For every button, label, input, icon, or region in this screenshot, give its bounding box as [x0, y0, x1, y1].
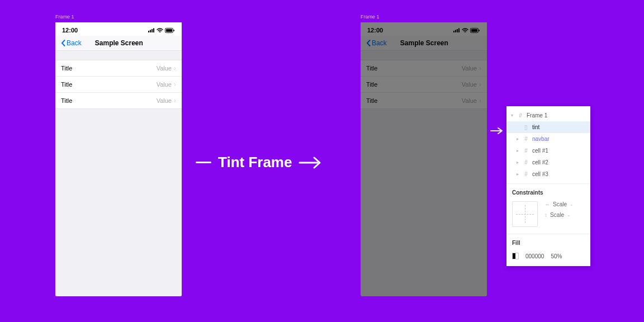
svg-rect-12: [471, 28, 479, 32]
table-cells: Title Value › Title Value › Title Value …: [361, 60, 487, 109]
properties-panel: ▾ # Frame 1 ▯ tint ▸ # navbar ▸ # cell #…: [506, 106, 590, 266]
frame-icon: #: [523, 148, 529, 154]
fill-row[interactable]: 000000 50%: [506, 249, 590, 266]
layer-row-navbar[interactable]: ▸ # navbar: [506, 133, 590, 145]
chevron-right-icon: ›: [174, 64, 176, 72]
constraints-heading: Constraints: [506, 184, 590, 199]
svg-rect-2: [151, 29, 153, 32]
frame-icon: #: [523, 171, 529, 177]
status-bar: 12:00: [361, 22, 487, 36]
table-row[interactable]: Title Value ›: [361, 76, 487, 92]
chevron-right-icon: ›: [174, 80, 176, 88]
cell-title: Title: [61, 65, 157, 72]
wifi-icon: [462, 28, 468, 32]
caret-icon: ▸: [517, 172, 520, 177]
arrow-right-icon: [299, 155, 322, 170]
table-row[interactable]: Title Value ›: [55, 76, 182, 92]
status-time: 12:00: [62, 27, 78, 34]
back-label: Back: [372, 39, 387, 47]
layer-label: cell #2: [532, 159, 586, 165]
chevron-right-icon: ›: [174, 97, 176, 105]
svg-rect-0: [148, 31, 149, 32]
layer-row-cell3[interactable]: ▸ # cell #3: [506, 168, 590, 180]
chevron-right-icon: ›: [480, 80, 481, 88]
frame-icon: #: [523, 159, 529, 165]
layer-label: tint: [532, 124, 586, 130]
rect-icon: ▯: [523, 124, 529, 130]
cell-value: Value: [462, 81, 477, 88]
svg-rect-9: [455, 30, 456, 33]
status-bar: 12:00: [55, 22, 182, 36]
status-icons: [453, 28, 480, 33]
layer-row-frame[interactable]: ▾ # Frame 1: [506, 110, 590, 121]
nav-bar: Back Sample Screen: [55, 36, 182, 51]
layer-label: cell #3: [532, 171, 586, 177]
battery-icon: [165, 28, 175, 33]
battery-icon: [470, 28, 480, 33]
signal-icon: [453, 28, 460, 32]
table-row[interactable]: Title Value ›: [55, 60, 182, 76]
caret-icon: ▸: [517, 160, 520, 165]
arrow-to-panel: [490, 127, 504, 135]
layer-row-cell1[interactable]: ▸ # cell #1: [506, 145, 590, 157]
svg-rect-5: [166, 29, 172, 32]
cell-title: Title: [366, 65, 462, 72]
fill-hex[interactable]: 000000: [525, 253, 544, 259]
table-row[interactable]: Title Value ›: [361, 92, 487, 108]
horizontal-icon: ↔: [544, 201, 550, 207]
caret-icon: ▸: [517, 148, 520, 153]
cell-title: Title: [366, 81, 462, 88]
vertical-icon: ↕: [544, 212, 547, 218]
cell-title: Title: [61, 97, 157, 104]
cell-value: Value: [157, 97, 172, 104]
frame-icon: #: [523, 136, 529, 142]
cell-value: Value: [462, 65, 477, 72]
svg-rect-6: [174, 30, 175, 31]
cell-value: Value: [157, 65, 172, 72]
svg-rect-1: [150, 30, 151, 33]
status-time: 12:00: [367, 27, 383, 34]
layer-label: navbar: [532, 136, 586, 142]
frame-label-right: Frame 1: [361, 14, 380, 20]
constraint-h-value: Scale: [553, 201, 567, 207]
chevron-right-icon: ›: [480, 97, 481, 105]
signal-icon: [148, 28, 155, 32]
table-row[interactable]: Title Value ›: [55, 92, 182, 108]
layer-row-tint[interactable]: ▯ tint: [506, 121, 590, 133]
layer-label: Frame 1: [527, 112, 586, 119]
fill-opacity[interactable]: 50%: [551, 253, 562, 259]
cell-title: Title: [61, 81, 157, 88]
svg-rect-14: [479, 30, 480, 31]
constraint-v-value: Scale: [550, 212, 564, 218]
svg-rect-3: [153, 29, 154, 33]
table-row[interactable]: Title Value ›: [361, 60, 487, 76]
chevron-down-icon: ⌄: [567, 212, 571, 217]
table-cells: Title Value › Title Value › Title Value …: [55, 60, 182, 109]
frame-icon: #: [518, 112, 523, 119]
constraint-v-select[interactable]: ↕ Scale ⌄: [544, 212, 574, 218]
dash-icon: [196, 162, 211, 163]
svg-rect-8: [453, 31, 454, 32]
cell-title: Title: [366, 97, 462, 104]
fill-swatch[interactable]: [512, 253, 519, 259]
nav-bar: Back Sample Screen: [361, 36, 487, 51]
nav-title: Sample Screen: [62, 39, 176, 47]
status-icons: [148, 28, 175, 33]
phone-after: 12:00 Back Sample Screen Title Value › T…: [361, 22, 487, 296]
svg-rect-10: [457, 29, 458, 32]
caption: Tint Frame: [196, 154, 322, 171]
phone-before: 12:00 Back Sample Screen Title Value › T…: [55, 22, 182, 296]
constraint-h-select[interactable]: ↔ Scale ⌄: [544, 201, 574, 207]
caret-icon: ▾: [511, 113, 514, 118]
cell-value: Value: [462, 97, 477, 104]
constraints-widget[interactable]: [512, 201, 538, 227]
wifi-icon: [157, 28, 163, 32]
layers-list: ▾ # Frame 1 ▯ tint ▸ # navbar ▸ # cell #…: [506, 106, 590, 183]
cell-value: Value: [157, 81, 172, 88]
fill-heading: Fill: [506, 234, 590, 249]
layer-row-cell2[interactable]: ▸ # cell #2: [506, 157, 590, 168]
chevron-right-icon: ›: [480, 64, 481, 72]
svg-rect-13: [471, 29, 477, 32]
back-button[interactable]: Back: [366, 39, 387, 47]
chevron-down-icon: ⌄: [570, 202, 574, 207]
